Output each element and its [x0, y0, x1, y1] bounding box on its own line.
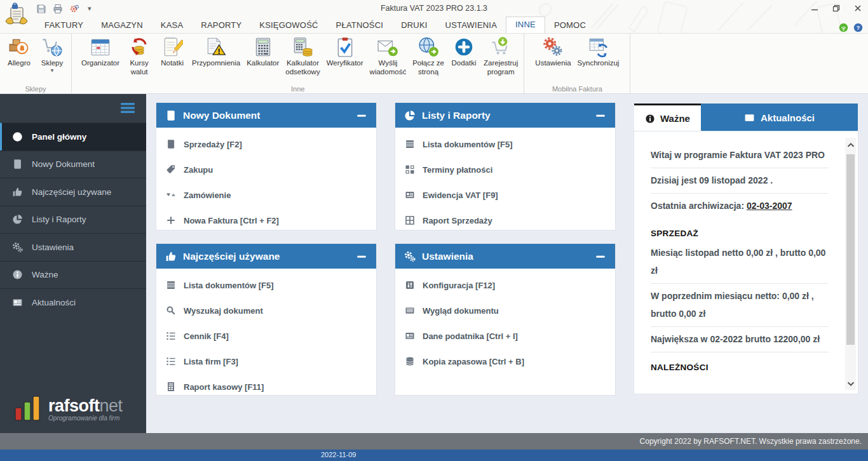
today-text: Dzisiaj jest 09 listopad 2022 .: [651, 168, 829, 193]
gears-icon: [542, 36, 564, 58]
item-kopia-zapasowa[interactable]: Kopia zapasowa [Ctrl + B]: [395, 349, 615, 374]
panel-najczesciej-uzywane: Najczęściej używane Lista dokumentów [F5…: [156, 244, 376, 395]
item-sprzedazy[interactable]: Sprzedaży [F2]: [156, 131, 376, 157]
tab-magazyn[interactable]: MAGAZYN: [92, 18, 152, 33]
sidebar-item-panel-glowny[interactable]: Panel główny: [0, 123, 146, 150]
window-controls: [808, 3, 864, 14]
allegro-button[interactable]: Allegro: [3, 36, 36, 69]
interest-calculator-icon: [292, 36, 313, 58]
item-lista-firm[interactable]: Lista firm [F3]: [156, 349, 376, 374]
online-status-icon[interactable]: [839, 23, 848, 32]
tab-ustawienia[interactable]: USTAWIENIA: [437, 18, 506, 33]
scrollbar-thumb[interactable]: [846, 154, 855, 345]
item-terminy-platnosci[interactable]: Terminy płatności: [395, 157, 615, 182]
tab-pomoc[interactable]: POMOC: [545, 18, 595, 33]
tab-ksiegowosc[interactable]: KSIĘGOWOŚĆ: [250, 18, 327, 33]
close-button[interactable]: [851, 3, 864, 14]
info-panel-content: Witaj w programie Faktura VAT 2023 PRO D…: [634, 131, 858, 394]
sidebar-item-najczesciej-uzywane[interactable]: Najczęściej używane: [0, 178, 146, 206]
sidebar-item-aktualnosci[interactable]: Aktualności: [0, 288, 146, 316]
status-bar: 2022-11-09: [0, 450, 868, 461]
item-nowa-faktura[interactable]: Nowa Faktura [Ctrl + F2]: [156, 208, 376, 233]
sklepy-dropdown-icon: ▾: [50, 68, 53, 73]
logo-text-light: net: [100, 396, 123, 415]
clipboard-check-icon: [334, 36, 356, 58]
ustawienia-mobilne-button[interactable]: Ustawienia: [532, 36, 574, 69]
item-dane-podatnika[interactable]: Dane podatnika [Ctrl + I]: [395, 323, 615, 349]
sidebar-item-listy-raporty[interactable]: Listy i Raporty: [0, 206, 146, 234]
item-zamowienie[interactable]: Zamówienie: [156, 182, 376, 208]
item-cennik[interactable]: Cennik [F4]: [156, 323, 376, 349]
item-raport-sprzedazy[interactable]: Raport Sprzedaży: [395, 208, 615, 233]
kursy-walut-button[interactable]: Kursy walut: [123, 36, 156, 77]
scrollbar[interactable]: [845, 138, 856, 390]
tab-aktualnosci[interactable]: Aktualności: [701, 104, 858, 131]
tab-raporty[interactable]: RAPORTY: [192, 18, 250, 33]
info-panel: Ważne Aktualności Witaj w programie Fakt…: [634, 104, 858, 394]
send-mail-icon: [377, 36, 398, 58]
minimize-button[interactable]: [808, 3, 821, 14]
sidebar-item-label: Nowy Dokument: [32, 159, 95, 169]
panel-title: Listy i Raporty: [422, 110, 588, 121]
window-title: Faktura VAT 2023 PRO 23.1.3: [0, 4, 868, 13]
wyslij-wiadomosc-button[interactable]: Wyślij wiadomość: [367, 36, 410, 77]
title-chrome: ▾ Faktura VAT 2023 PRO 23.1.3 FAKTURY MA…: [0, 0, 868, 33]
collapse-icon[interactable]: [595, 110, 606, 121]
item-wyszukaj-dokument[interactable]: Wyszukaj dokument: [156, 298, 376, 323]
item-lista-dokumentow[interactable]: Lista dokumentów [F5]: [395, 131, 615, 157]
tab-kasa[interactable]: KASA: [152, 18, 192, 33]
item-raport-kasowy[interactable]: Raport kasowy [F11]: [156, 374, 376, 399]
notatki-button[interactable]: Notatki: [156, 36, 189, 69]
item-ewidencja-vat[interactable]: Ewidencja VAT [F9]: [395, 182, 615, 208]
kalkulator-button[interactable]: Kalkulator: [243, 36, 282, 69]
tab-druki[interactable]: DRUKI: [392, 18, 436, 33]
logo-bars-icon: [14, 394, 42, 424]
sidebar-item-wazne[interactable]: Ważne: [0, 261, 146, 289]
item-lista-dokumentow[interactable]: Lista dokumentów [F5]: [156, 272, 376, 298]
panel-header: Listy i Raporty: [395, 103, 615, 128]
info-icon: [645, 114, 655, 124]
ribbon-group-mobilna: Ustawienia Synchronizuj Mobilna Faktura: [524, 34, 630, 93]
ribbon-group-label-mobilna: Mobilna Faktura: [524, 85, 630, 93]
zarejestruj-program-button[interactable]: Zarejestruj program: [480, 36, 521, 77]
sidebar-item-ustawienia[interactable]: Ustawienia: [0, 233, 146, 261]
archive-date-link[interactable]: 02-03-2007: [747, 201, 792, 211]
sidebar-item-label: Najczęściej używane: [32, 187, 111, 197]
dodatki-button[interactable]: Dodatki: [447, 36, 480, 69]
tab-platnosci[interactable]: PŁATNOŚCI: [327, 18, 393, 33]
synchronizuj-button[interactable]: Synchronizuj: [574, 36, 623, 69]
item-wyglad-dokumentu[interactable]: Wygląd dokumentu: [395, 298, 615, 323]
scroll-down-icon[interactable]: [845, 378, 856, 389]
collapse-icon[interactable]: [595, 251, 606, 262]
tab-wazne[interactable]: Ważne: [634, 104, 701, 131]
rafsoft-logo: rafsoftnet Oprogramowanie dla firm: [0, 394, 146, 429]
restore-button[interactable]: [830, 3, 843, 14]
list-icon: [166, 331, 176, 341]
addons-plus-icon: [453, 36, 475, 58]
currency-exchange-icon: [128, 36, 150, 58]
organizator-button[interactable]: Organizator: [78, 36, 123, 69]
help-icon[interactable]: [853, 23, 863, 32]
sidebar-item-label: Ważne: [32, 270, 58, 279]
hamburger-icon[interactable]: [121, 102, 135, 114]
tab-inne[interactable]: INNE: [506, 17, 545, 33]
status-date: 2022-11-09: [321, 451, 356, 458]
polacz-ze-strona-button[interactable]: Połącz ze stroną: [409, 36, 447, 77]
thumbs-up-icon: [165, 251, 177, 262]
item-konfiguracja[interactable]: Konfiguracja [F12]: [395, 272, 615, 298]
weryfikator-button[interactable]: Weryfikator: [323, 36, 367, 69]
scroll-up-icon[interactable]: [845, 140, 856, 150]
sidebar-item-nowy-dokument[interactable]: Nowy Dokument: [0, 150, 146, 178]
sklepy-button[interactable]: Sklepy ▾: [36, 36, 69, 74]
archive-line: Ostatnia archiwizacja: 02-03-2007: [651, 194, 829, 218]
book-icon: [12, 159, 23, 170]
tab-faktury[interactable]: FAKTURY: [36, 18, 92, 33]
collapse-icon[interactable]: [356, 110, 367, 121]
przypomnienia-button[interactable]: Przypomnienia: [189, 36, 243, 69]
collapse-icon[interactable]: [356, 251, 367, 262]
search-icon: [166, 305, 176, 316]
sort-arrows-icon: [166, 190, 176, 200]
kalkulator-odsetkowy-button[interactable]: Kalkulator odsetkowy: [282, 36, 323, 77]
item-zakupu[interactable]: Zakupu: [156, 157, 376, 182]
book-icon: [166, 139, 176, 149]
